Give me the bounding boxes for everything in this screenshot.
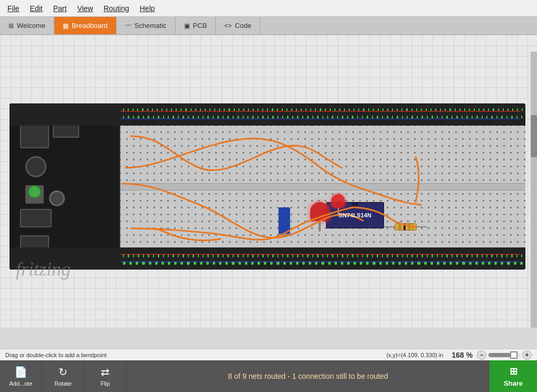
scrollbar-right[interactable] bbox=[531, 52, 537, 328]
bb-main[interactable]: SN74LS14N bbox=[120, 126, 525, 247]
led-red-leg bbox=[319, 221, 321, 232]
resistor-body bbox=[395, 223, 417, 231]
ic-notch bbox=[351, 203, 359, 206]
rail-dots-row1 bbox=[123, 108, 523, 111]
menu-file[interactable]: File bbox=[2, 2, 25, 15]
arduino-circle bbox=[49, 190, 65, 206]
info-bar: Drag or double-click to add a bendpoint … bbox=[0, 349, 537, 360]
menu-bar: File Edit Part View Routing Help bbox=[0, 0, 537, 17]
resistor-wire-right bbox=[417, 226, 427, 227]
capacitor[interactable] bbox=[279, 207, 290, 235]
pcb-icon: ▣ bbox=[184, 22, 190, 30]
zoom-slider-fill bbox=[488, 353, 511, 357]
flip-button[interactable]: ⇄ Flip bbox=[84, 360, 127, 392]
arduino-bottom-module bbox=[20, 209, 52, 227]
tab-code[interactable]: <> Code bbox=[216, 17, 260, 34]
add-label: Add...ote bbox=[9, 380, 32, 387]
breadboard-icon: ▦ bbox=[63, 22, 69, 30]
menu-view[interactable]: View bbox=[72, 2, 98, 15]
tab-pcb[interactable]: ▣ PCB bbox=[176, 17, 216, 34]
rotate-label: Rotate bbox=[54, 380, 71, 387]
menu-part[interactable]: Part bbox=[48, 2, 72, 15]
bb-divider bbox=[120, 183, 525, 190]
led-red-small-body bbox=[331, 194, 345, 208]
rail-top bbox=[9, 103, 525, 126]
menu-edit[interactable]: Edit bbox=[25, 2, 48, 15]
rail-dots-row2 bbox=[123, 116, 523, 119]
canvas-area[interactable]: 5V OFF 3.3 5V OFF 3.3 i3C-D0 bbox=[0, 35, 537, 328]
rotate-icon: ↻ bbox=[59, 366, 68, 378]
drag-hint: Drag or double-click to add a bendpoint bbox=[5, 352, 107, 358]
flip-label: Flip bbox=[101, 380, 110, 387]
resistor-stripe3 bbox=[408, 224, 410, 230]
share-label: Share bbox=[504, 379, 523, 387]
tab-schematic[interactable]: 〰 Schematic bbox=[117, 17, 176, 34]
arduino-board: 5V OFF 3.3 5V OFF 3.3 i3C-D0 bbox=[9, 103, 120, 270]
status-message: 8 of 9 nets routed - 1 connection still … bbox=[127, 372, 490, 380]
menu-routing[interactable]: Routing bbox=[98, 2, 134, 15]
add-note-button[interactable]: 📄 Add...ote bbox=[0, 360, 42, 392]
schematic-icon: 〰 bbox=[125, 22, 131, 30]
scrollbar-thumb[interactable] bbox=[531, 115, 537, 157]
zoom-slider-thumb[interactable] bbox=[510, 351, 517, 359]
tab-welcome[interactable]: ⊞ Welcome bbox=[0, 17, 54, 34]
menu-help[interactable]: Help bbox=[135, 2, 160, 15]
add-icon: 📄 bbox=[14, 366, 27, 378]
coordinates: (x,y)=(4.109, 0.330) in bbox=[386, 352, 443, 358]
breadboard[interactable]: 5V OFF 3.3 5V OFF 3.3 i3C-D0 bbox=[9, 103, 525, 270]
rotate-button[interactable]: ↻ Rotate bbox=[42, 360, 84, 392]
code-icon: <> bbox=[224, 22, 232, 30]
rail-dots-bottom1 bbox=[123, 254, 523, 257]
bottom-toolbar: 📄 Add...ote ↻ Rotate ⇄ Flip 8 of 9 nets … bbox=[0, 360, 537, 392]
rail-bottom bbox=[9, 247, 525, 270]
led-red-body bbox=[310, 202, 329, 221]
share-button[interactable]: ⊞ Share bbox=[490, 360, 537, 392]
led-red-large[interactable] bbox=[310, 202, 329, 232]
arduino-power-jack bbox=[25, 156, 46, 177]
tab-breadboard[interactable]: ▦ Breadboard bbox=[54, 17, 117, 34]
rail-dots-bottom2 bbox=[123, 262, 523, 265]
resistor-stripe2 bbox=[404, 224, 406, 230]
resistor-stripe1 bbox=[399, 224, 401, 230]
fritzing-logo: fritzing bbox=[16, 258, 71, 280]
tab-bar: ⊞ Welcome ▦ Breadboard 〰 Schematic ▣ PCB… bbox=[0, 17, 537, 35]
resistor-wire-left bbox=[384, 226, 395, 227]
arduino-led bbox=[28, 185, 41, 198]
flip-icon: ⇄ bbox=[101, 366, 110, 378]
zoom-in-button[interactable]: + bbox=[522, 350, 532, 360]
resistor[interactable] bbox=[384, 223, 427, 231]
welcome-icon: ⊞ bbox=[8, 22, 14, 30]
zoom-level: 168 % bbox=[452, 351, 473, 359]
share-icon: ⊞ bbox=[510, 366, 517, 377]
resistor-stripe4 bbox=[412, 224, 414, 230]
zoom-out-button[interactable]: − bbox=[477, 350, 486, 360]
